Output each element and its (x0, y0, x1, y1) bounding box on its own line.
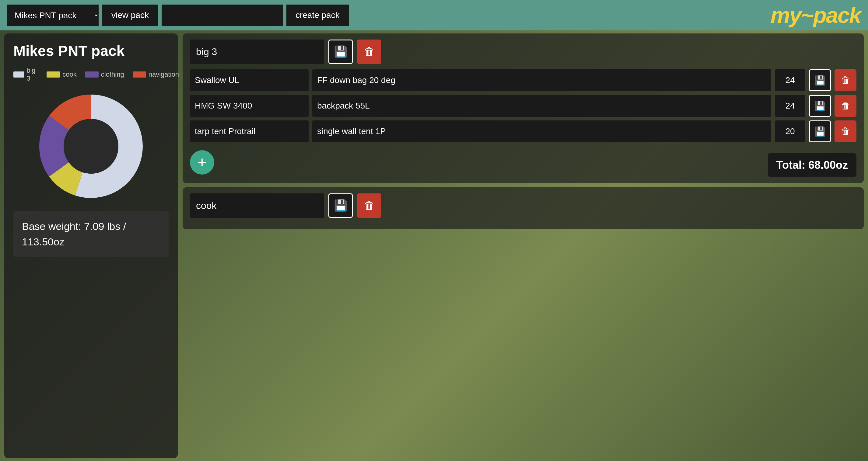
item-save-button[interactable]: 💾 (809, 95, 831, 117)
legend-label: big 3 (27, 67, 38, 83)
add-item-button-big3[interactable]: + (190, 150, 214, 174)
legend-color (13, 71, 24, 77)
save-icon: 💾 (334, 45, 347, 58)
item-desc-input[interactable] (312, 95, 771, 117)
category-save-button-big3[interactable]: 💾 (329, 39, 353, 64)
delete-icon: 🗑 (841, 126, 850, 136)
chart-legend: big 3 cook clothing navigation (13, 67, 179, 83)
base-weight-box: Base weight: 7.09 lbs / 113.50oz (13, 211, 168, 257)
category-card-big3: 💾 🗑 💾 🗑 (183, 33, 864, 183)
legend-label: clothing (101, 71, 124, 78)
main-content: Mikes PNT pack big 3 cook clothing navig… (0, 30, 868, 461)
item-name-input[interactable] (190, 95, 309, 117)
category-delete-button-cook[interactable]: 🗑 (357, 193, 381, 218)
delete-icon: 🗑 (841, 75, 850, 86)
legend-color (133, 71, 146, 77)
category-card-cook: 💾 🗑 (183, 187, 864, 229)
legend-color (85, 71, 99, 77)
category-footer-big3: + Total: 68.00oz (190, 148, 857, 177)
item-weight-input[interactable] (775, 121, 805, 142)
category-delete-button-big3[interactable]: 🗑 (357, 39, 381, 64)
item-delete-button[interactable]: 🗑 (835, 121, 857, 142)
category-name-input-cook[interactable] (190, 193, 324, 218)
pack-title: Mikes PNT pack (13, 42, 124, 59)
delete-icon: 🗑 (841, 101, 850, 111)
legend-label: cook (62, 71, 76, 78)
legend-item: clothing (85, 71, 124, 78)
legend-item: navigation (133, 71, 179, 78)
item-weight-input[interactable] (775, 69, 805, 91)
category-body-big3: 💾 🗑 💾 🗑 (190, 69, 857, 177)
save-icon: 💾 (814, 101, 826, 111)
delete-icon: 🗑 (364, 45, 375, 58)
item-row: 💾 🗑 (190, 69, 857, 91)
donut-chart (33, 89, 149, 204)
total-box-big3: Total: 68.00oz (768, 153, 857, 177)
item-name-input[interactable] (190, 69, 309, 91)
svg-point-4 (64, 119, 118, 174)
category-save-button-cook[interactable]: 💾 (329, 193, 353, 218)
delete-icon: 🗑 (364, 199, 375, 212)
right-panel: 💾 🗑 💾 🗑 (183, 33, 864, 458)
legend-color (46, 71, 60, 77)
item-desc-input[interactable] (312, 69, 771, 91)
legend-item: big 3 (13, 67, 38, 83)
search-input[interactable] (162, 5, 283, 26)
item-row: 💾 🗑 (190, 121, 857, 142)
item-name-input[interactable] (190, 121, 309, 142)
legend-label: navigation (149, 71, 179, 78)
item-delete-button[interactable]: 🗑 (835, 95, 857, 117)
total-text-big3: Total: 68.00oz (776, 159, 848, 171)
item-save-button[interactable]: 💾 (809, 121, 831, 142)
save-icon: 💾 (814, 75, 826, 86)
pack-select[interactable]: Mikes PNT pack (7, 5, 99, 26)
item-delete-button[interactable]: 🗑 (835, 69, 857, 91)
item-save-button[interactable]: 💾 (809, 69, 831, 91)
save-icon: 💾 (334, 199, 347, 212)
category-name-input-big3[interactable] (190, 39, 324, 64)
legend-item: cook (46, 71, 76, 78)
base-weight-text: Base weight: 7.09 lbs / 113.50oz (22, 219, 160, 250)
category-header-cook: 💾 🗑 (190, 193, 857, 218)
logo: my~pack (771, 3, 861, 28)
save-icon: 💾 (814, 126, 826, 137)
item-desc-input[interactable] (312, 121, 771, 142)
create-pack-button[interactable]: create pack (286, 5, 349, 26)
view-pack-button[interactable]: view pack (102, 5, 158, 26)
category-header-big3: 💾 🗑 (190, 39, 857, 64)
header: Mikes PNT pack view pack create pack my~… (0, 0, 868, 30)
item-row: 💾 🗑 (190, 95, 857, 117)
item-weight-input[interactable] (775, 95, 805, 117)
add-icon: + (197, 153, 207, 171)
left-panel: Mikes PNT pack big 3 cook clothing navig… (4, 33, 178, 458)
